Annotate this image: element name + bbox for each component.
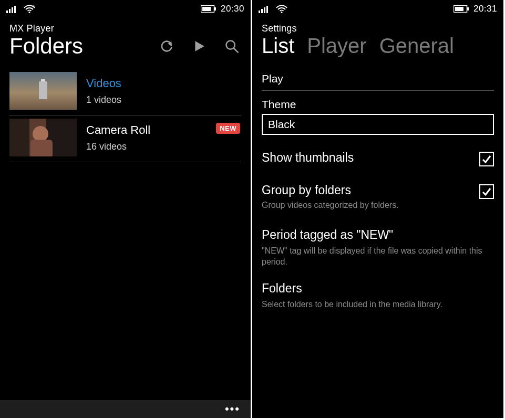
period-new-desc: "NEW" tag will be displayed if the file … [262,245,494,268]
clock: 20:31 [473,4,497,14]
folders-setting-label: Folders [262,281,494,296]
new-badge: NEW [216,123,240,134]
divider [262,90,494,91]
svg-rect-19 [467,7,469,10]
svg-rect-13 [259,10,260,13]
theme-label: Theme [262,98,494,111]
status-bar: K 20:30 [0,0,251,18]
show-thumbnails-checkbox[interactable] [479,152,494,166]
screen-settings: 20:31 Settings List Player General Play … [252,0,503,418]
folder-count: 1 videos [86,94,241,106]
group-by-folders-checkbox[interactable] [479,184,494,199]
wifi-icon [275,4,288,14]
tab-general[interactable]: General [379,34,454,58]
folders-setting-desc: Select folders to be included in the med… [262,299,494,310]
svg-rect-7 [214,7,216,10]
battery-icon [454,5,469,13]
svg-line-12 [234,48,238,52]
svg-rect-0 [6,10,8,13]
status-bar: 20:31 [252,0,503,18]
battery-icon [201,5,217,13]
folder-item[interactable]: Videos 1 videos [9,69,241,116]
clock: 20:30 [221,4,244,14]
folders-setting[interactable]: Folders Select folders to be included in… [262,281,494,310]
theme-select[interactable]: Black [262,114,494,135]
folder-name: Videos [86,77,241,90]
app-name: MX Player [0,18,251,34]
svg-point-17 [281,12,283,13]
signal-icon [259,5,270,13]
tab-player[interactable]: Player [307,34,366,58]
svg-rect-14 [261,9,263,13]
settings-tabs: List Player General [252,34,503,62]
group-by-folders-row[interactable]: Group by folders Group videos categorize… [262,183,494,211]
period-new-label: Period tagged as "NEW" [262,228,494,242]
period-new-setting[interactable]: Period tagged as "NEW" "NEW" tag will be… [262,228,494,268]
group-by-folders-desc: Group videos categorized by folders. [262,200,399,211]
toolbar [159,39,241,54]
wifi-icon: K [23,4,36,14]
play-setting[interactable]: Play [262,72,494,85]
play-icon[interactable] [192,39,207,54]
settings-header: Settings [252,18,503,34]
tab-list[interactable]: List [262,34,294,58]
group-by-folders-label: Group by folders [262,183,399,197]
svg-text:K: K [33,4,35,8]
svg-rect-16 [266,6,268,13]
refresh-icon[interactable] [159,39,174,54]
svg-rect-3 [14,6,16,13]
svg-rect-20 [455,7,463,11]
page-title: Folders [9,34,83,58]
svg-rect-1 [9,9,11,13]
folder-list: Videos 1 videos Camera Roll 16 videos NE… [0,64,251,162]
more-icon[interactable]: ••• [225,402,240,416]
folder-item[interactable]: Camera Roll 16 videos NEW [9,116,241,162]
svg-marker-10 [195,41,204,51]
folder-count: 16 videos [86,141,241,152]
svg-rect-2 [12,7,13,13]
svg-rect-8 [202,7,211,11]
show-thumbnails-row[interactable]: Show thumbnails [262,151,494,166]
signal-icon [6,5,18,13]
app-bar[interactable]: ••• [0,400,251,418]
folder-thumbnail [9,119,77,156]
svg-point-4 [29,12,30,13]
screen-folders: K 20:30 MX Player Folders [0,0,251,418]
folder-thumbnail [9,72,77,110]
search-icon[interactable] [224,39,239,54]
svg-rect-15 [264,7,265,13]
show-thumbnails-label: Show thumbnails [262,151,354,165]
